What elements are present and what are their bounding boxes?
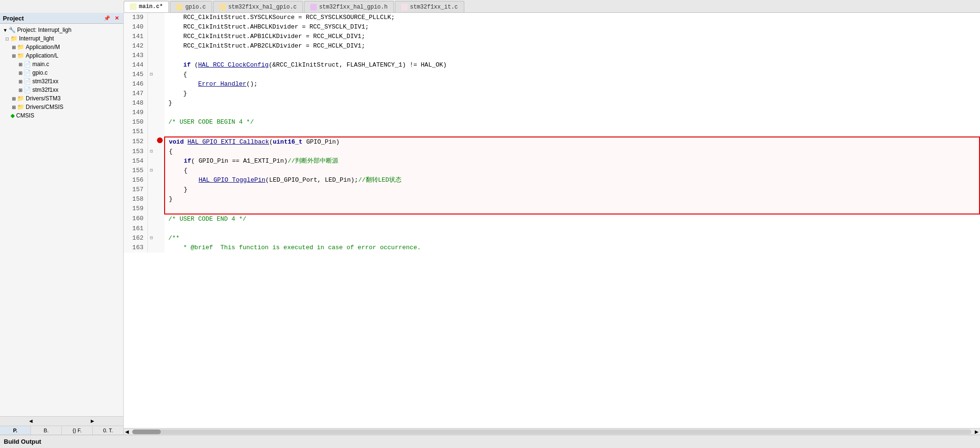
scroll-right-btn[interactable]: ▶ — [973, 428, 980, 435]
scroll-left-arrow[interactable]: ◀ — [0, 417, 62, 426]
code-line-147[interactable]: } — [165, 89, 980, 98]
tree-toggle-application-l[interactable]: ⊞ — [10, 53, 17, 58]
tree-item-drivers-stm3[interactable]: ⊞📁Drivers/STM3 — [0, 94, 123, 103]
tree-item-project-root[interactable]: ▼🔧Project: Interrupt_ligh — [0, 26, 123, 34]
breakpoint-col-143[interactable] — [155, 51, 165, 60]
scroll-right-arrow[interactable]: ▶ — [62, 417, 124, 426]
breakpoint-col-151[interactable] — [155, 127, 165, 137]
code-line-141[interactable]: RCC_ClkInitStruct.APB1CLKDivider = RCC_H… — [165, 32, 980, 41]
fold-col-142[interactable] — [147, 41, 155, 51]
code-line-157[interactable]: } — [165, 185, 980, 195]
tree-toggle-gpio-c[interactable]: ⊞ — [17, 70, 24, 76]
tree-item-stm32f1xx-2[interactable]: ⊞📄stm32f1xx — [0, 86, 123, 94]
breakpoint-col-161[interactable] — [155, 224, 165, 234]
code-line-156[interactable]: HAL_GPIO_TogglePin(LED_GPIO_Port, LED_Pi… — [165, 175, 980, 185]
breakpoint-col-152[interactable] — [155, 137, 165, 147]
fold-col-163[interactable] — [147, 243, 155, 253]
breakpoint-col-159[interactable] — [155, 204, 165, 214]
breakpoint-col-141[interactable] — [155, 32, 165, 41]
breakpoint-col-140[interactable] — [155, 22, 165, 32]
code-line-161[interactable] — [165, 224, 980, 234]
code-line-140[interactable]: RCC_ClkInitStruct.AHBCLKDivider = RCC_SY… — [165, 22, 980, 32]
tree-toggle-stm32f1xx-1[interactable]: ⊞ — [17, 79, 24, 84]
breakpoint-col-145[interactable] — [155, 70, 165, 79]
breakpoint-col-153[interactable] — [155, 147, 165, 156]
fold-col-149[interactable] — [147, 108, 155, 117]
tree-item-gpio-c[interactable]: ⊞📄gpio.c — [0, 68, 123, 77]
code-line-143[interactable] — [165, 51, 980, 60]
fold-col-145[interactable]: ⊟ — [147, 70, 155, 79]
tab-stm32f1xx-it-c[interactable]: stm32f1xx_it.c — [395, 1, 464, 12]
tree-toggle-main-c[interactable]: ⊞ — [17, 62, 24, 67]
code-line-142[interactable]: RCC_ClkInitStruct.APB2CLKDivider = RCC_H… — [165, 41, 980, 51]
code-line-154[interactable]: if( GPIO_Pin == A1_EXTI_Pin)//判断外部中断源 — [165, 156, 980, 166]
breakpoint-col-144[interactable] — [155, 60, 165, 70]
code-line-139[interactable]: RCC_ClkInitStruct.SYSCLKSource = RCC_SYS… — [165, 13, 980, 22]
tab-main-c[interactable]: main.c* — [124, 1, 169, 12]
breakpoint-col-147[interactable] — [155, 89, 165, 98]
fold-col-147[interactable] — [147, 89, 155, 98]
fold-col-143[interactable] — [147, 51, 155, 60]
sidebar-pin-icon[interactable]: 📌 — [103, 14, 111, 22]
bottom-tab-tab-f[interactable]: {} F. — [62, 426, 93, 435]
fold-col-157[interactable] — [147, 185, 155, 195]
breakpoint-col-146[interactable] — [155, 79, 165, 89]
tree-item-drivers-cmsis[interactable]: ⊞📁Drivers/CMSIS — [0, 103, 123, 111]
fold-col-152[interactable] — [147, 137, 155, 147]
code-line-151[interactable] — [165, 127, 980, 137]
tree-toggle-project-root[interactable]: ▼ — [2, 28, 9, 33]
code-line-150[interactable]: /* USER CODE BEGIN 4 */ — [165, 117, 980, 127]
tree-toggle-drivers-cmsis[interactable]: ⊞ — [10, 105, 17, 110]
fold-col-144[interactable] — [147, 60, 155, 70]
fold-col-140[interactable] — [147, 22, 155, 32]
fold-col-161[interactable] — [147, 224, 155, 234]
fold-col-162[interactable]: ⊟ — [147, 234, 155, 243]
code-line-146[interactable]: Error_Handler(); — [165, 79, 980, 89]
breakpoint-col-150[interactable] — [155, 117, 165, 127]
code-line-155[interactable]: { — [165, 166, 980, 175]
tab-gpio-c[interactable]: gpio.c — [170, 1, 212, 12]
bottom-tab-tab-p[interactable]: P. — [0, 426, 31, 435]
breakpoint-col-163[interactable] — [155, 243, 165, 253]
tree-toggle-drivers-stm3[interactable]: ⊞ — [10, 96, 17, 101]
breakpoint-col-158[interactable] — [155, 195, 165, 204]
sidebar-close-icon[interactable]: ✕ — [113, 14, 120, 22]
code-line-144[interactable]: if (HAL_RCC_ClockConfig(&RCC_ClkInitStru… — [165, 60, 980, 70]
tree-item-main-c[interactable]: ⊞📄main.c — [0, 60, 123, 68]
bottom-tab-tab-0[interactable]: 0. T. — [93, 426, 123, 435]
breakpoint-col-154[interactable] — [155, 156, 165, 166]
fold-col-160[interactable] — [147, 214, 155, 224]
tree-item-cmsis[interactable]: ◆CMSIS — [0, 111, 123, 120]
code-line-149[interactable] — [165, 108, 980, 117]
fold-col-158[interactable] — [147, 195, 155, 204]
tab-stm32f1xx-hal-gpio-c[interactable]: stm32f1xx_hal_gpio.c — [213, 1, 303, 12]
code-line-153[interactable]: { — [165, 147, 980, 156]
breakpoint-col-157[interactable] — [155, 185, 165, 195]
breakpoint-col-156[interactable] — [155, 175, 165, 185]
code-line-158[interactable]: } — [165, 195, 980, 204]
breakpoint-col-149[interactable] — [155, 108, 165, 117]
breakpoint-col-148[interactable] — [155, 98, 165, 108]
scrollbar-thumb[interactable] — [132, 429, 161, 434]
fold-col-139[interactable] — [147, 13, 155, 22]
fold-col-155[interactable]: ⊟ — [147, 166, 155, 175]
code-line-159[interactable] — [165, 204, 980, 214]
bottom-tab-tab-b[interactable]: B. — [31, 426, 62, 435]
breakpoint-col-162[interactable] — [155, 234, 165, 243]
scroll-left-btn[interactable]: ◀ — [124, 428, 130, 435]
tree-item-stm32f1xx-1[interactable]: ⊞📄stm32f1xx — [0, 77, 123, 86]
code-line-152[interactable]: void HAL_GPIO_EXTI_Callback(uint16_t GPI… — [165, 137, 980, 147]
fold-col-159[interactable] — [147, 204, 155, 214]
fold-col-150[interactable] — [147, 117, 155, 127]
code-line-160[interactable]: /* USER CODE END 4 */ — [165, 214, 980, 224]
tree-toggle-interrupt-light[interactable]: □ — [4, 36, 10, 41]
breakpoint-col-160[interactable] — [155, 214, 165, 224]
fold-col-146[interactable] — [147, 79, 155, 89]
tab-stm32f1xx-hal-gpio-h[interactable]: stm32f1xx_hal_gpio.h — [304, 1, 394, 12]
code-line-148[interactable]: } — [165, 98, 980, 108]
breakpoint-col-155[interactable] — [155, 166, 165, 175]
tree-toggle-stm32f1xx-2[interactable]: ⊞ — [17, 88, 24, 93]
fold-col-153[interactable]: ⊟ — [147, 147, 155, 156]
tree-item-application-m[interactable]: ⊞📁Application/M — [0, 43, 123, 51]
breakpoint-col-142[interactable] — [155, 41, 165, 51]
